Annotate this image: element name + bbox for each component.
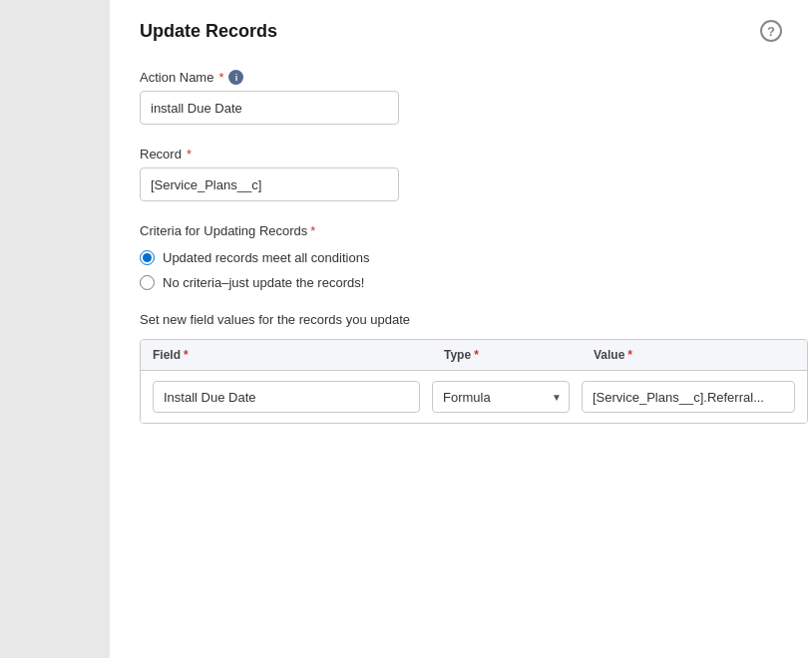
criteria-option-no-criteria-label: No criteria–just update the records! — [163, 275, 364, 290]
record-label: Record* — [140, 147, 782, 162]
criteria-radio-group: Updated records meet all conditions No c… — [140, 250, 782, 290]
col-header-value: Value* — [582, 348, 795, 362]
criteria-option-all-conditions[interactable]: Updated records meet all conditions — [140, 250, 782, 265]
sidebar — [0, 0, 110, 658]
criteria-radio-all-conditions[interactable] — [140, 250, 155, 265]
criteria-label: Criteria for Updating Records* — [140, 223, 782, 238]
field-values-label: Set new field values for the records you… — [140, 312, 782, 327]
criteria-option-no-criteria[interactable]: No criteria–just update the records! — [140, 275, 782, 290]
field-table-header: Field* Type* Value* — [141, 340, 807, 371]
main-content: Update Records ? Action Name* i Record* … — [110, 0, 812, 658]
help-icon[interactable]: ? — [760, 20, 782, 42]
action-name-label: Action Name* i — [140, 70, 782, 85]
field-values-group: Set new field values for the records you… — [140, 312, 782, 424]
field-row-type-select[interactable]: Formula Field Global Constant Picklist S… — [432, 381, 570, 413]
field-row-field-input[interactable] — [153, 381, 420, 413]
col-header-field: Field* — [153, 348, 432, 362]
field-values-table: Field* Type* Value* Formula Field Global… — [140, 339, 808, 424]
criteria-radio-no-criteria[interactable] — [140, 275, 155, 290]
field-row-value-input[interactable] — [582, 381, 795, 413]
action-name-group: Action Name* i — [140, 70, 782, 125]
page-header: Update Records ? — [140, 20, 782, 42]
table-row: Formula Field Global Constant Picklist S… — [141, 371, 807, 423]
field-row-type-wrapper: Formula Field Global Constant Picklist S… — [432, 381, 570, 413]
action-name-input[interactable] — [140, 91, 399, 125]
criteria-option-all-conditions-label: Updated records meet all conditions — [163, 250, 369, 265]
record-group: Record* — [140, 147, 782, 201]
col-header-type: Type* — [432, 348, 582, 362]
action-name-info-icon[interactable]: i — [228, 70, 243, 85]
criteria-group: Criteria for Updating Records* Updated r… — [140, 223, 782, 290]
record-input[interactable] — [140, 167, 399, 201]
page-title: Update Records — [140, 21, 277, 42]
